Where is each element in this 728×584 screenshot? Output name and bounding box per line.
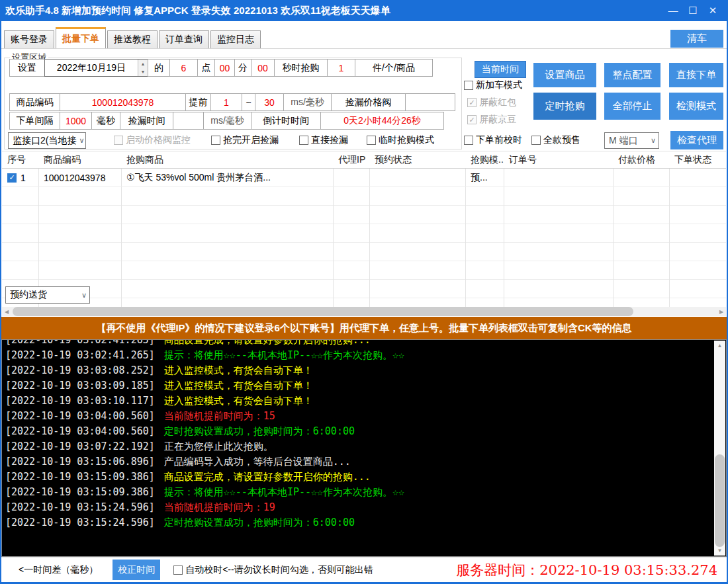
time-sync-checkbox[interactable]: 下单前校时	[464, 134, 522, 146]
block-jingdou-checkbox[interactable]: ✓屏蔽京豆	[467, 114, 516, 126]
column-separator	[333, 169, 334, 307]
direct-leak-checkbox[interactable]: 直接捡漏	[299, 134, 348, 146]
column-separator	[669, 169, 670, 307]
log-message: 正在为您停止此次抢购。	[164, 440, 273, 452]
block-jingdou-label: 屏蔽京豆	[479, 114, 516, 126]
column-separator	[465, 169, 466, 307]
block-redpacket-label: 屏蔽红包	[479, 97, 516, 108]
temp-mode-label: 临时抢购模式	[379, 134, 434, 146]
checkbox-icon	[367, 136, 376, 145]
timed-purchase-button[interactable]: 定时抢购	[533, 93, 596, 120]
listen-port-select[interactable]: 监接口2(当地接∨	[8, 132, 86, 149]
block-redpacket-checkbox[interactable]: ✓屏蔽红包	[467, 97, 516, 108]
column-header[interactable]: 订单号	[504, 154, 613, 166]
interval-input[interactable]: 1000	[60, 112, 92, 130]
row-checkbox[interactable]: ✓	[7, 173, 17, 183]
column-header[interactable]: 下单状态	[669, 154, 722, 166]
auto-calibrate-checkbox[interactable]: 自动校时<--请勿议长时间勾选，否则可能出错	[173, 564, 373, 576]
minute-input[interactable]: 00	[214, 59, 235, 77]
log-timestamp: [2022-10-19 03:15:24.596]	[5, 501, 155, 513]
log-vertical-scrollbar[interactable]: ▲ ▼	[714, 341, 725, 556]
after-leak-label: 抢完开启捡漏	[223, 134, 279, 146]
scroll-right-icon[interactable]: ▶	[717, 307, 726, 316]
column-header[interactable]: 抢购模...	[465, 154, 504, 166]
listen-port-select-value: 监接口2(当地接	[13, 135, 76, 147]
log-console[interactable]: [2022-10-19 03:02:41.265]商品设置完成，请设置好参数开启…	[1, 339, 727, 557]
column-header[interactable]: 商品编码	[38, 154, 121, 166]
log-timestamp: [2022-10-19 03:07:22.192]	[5, 440, 155, 452]
checkbox-checked-icon: ✓	[467, 115, 477, 124]
hour-unit-label: 点	[197, 59, 215, 77]
detect-mode-button[interactable]: 检测模式	[669, 93, 723, 120]
titlebar: 欢乐助手4.8 新增加预约时间 修复APPCK 登录失效 20221013 欢乐…	[0, 0, 728, 21]
log-line: [2022-10-19 03:04:00.560]定时抢购设置成功，抢购时间为：…	[5, 424, 711, 439]
spin-up-icon[interactable]: ▲	[138, 60, 148, 68]
set-product-button[interactable]: 设置商品	[533, 63, 596, 87]
temp-mode-checkbox[interactable]: 临时抢购模式	[367, 134, 434, 146]
quantity-input[interactable]: 1	[327, 59, 355, 77]
interval-unit-label: 毫秒	[91, 112, 120, 130]
column-header[interactable]: 代理IP	[333, 154, 369, 166]
close-button[interactable]: ✕	[703, 5, 723, 17]
check-proxy-button[interactable]: 检查代理	[670, 131, 723, 149]
log-line: [2022-10-19 03:03:08.252]进入监控模式，有货会自动下单！	[5, 363, 711, 378]
log-line: [2022-10-19 03:15:24.596]定时抢购设置成功，抢购时间为：…	[5, 515, 711, 530]
tab-push-tutorial[interactable]: 推送教程	[107, 30, 158, 48]
current-time-button[interactable]: 当前时间	[475, 61, 526, 78]
tab-order-query[interactable]: 订单查询	[159, 30, 209, 48]
maximize-button[interactable]: ☐	[683, 5, 703, 17]
table-body[interactable]: ✓ 1 100012043978 ①飞天 53%vol 500ml 贵州茅台酒.…	[2, 169, 726, 307]
stop-all-button[interactable]: 全部停止	[604, 93, 660, 120]
log-line: [2022-10-19 03:15:09.386]提示：将使用☆☆--本机本地I…	[5, 485, 711, 500]
column-header[interactable]: 付款价格	[613, 154, 669, 166]
row-sku: 100012043978	[38, 173, 121, 183]
vertical-scroll-thumb[interactable]	[715, 454, 725, 547]
chevron-down-icon: ∨	[648, 136, 656, 145]
column-header[interactable]: 抢购商品	[121, 154, 333, 166]
leak-ms-unit-label: ms/毫秒	[203, 112, 251, 130]
direct-order-button[interactable]: 直接下单	[669, 63, 723, 87]
hourly-config-button[interactable]: 整点配置	[604, 63, 660, 87]
log-message: 产品编码导入成功，等待后台设置商品...	[164, 456, 351, 468]
leak-time-input[interactable]	[173, 112, 204, 130]
column-header[interactable]: 序号	[2, 154, 38, 166]
column-header[interactable]: 预约状态	[369, 154, 465, 166]
date-spinner-arrows[interactable]: ▲▼	[138, 60, 148, 76]
log-timestamp: [2022-10-19 03:03:10.117]	[5, 395, 155, 407]
column-separator	[613, 169, 614, 307]
new-cart-mode-checkbox[interactable]: 新加车模式	[464, 79, 522, 91]
time-diff-label: <一时间差（毫秒）	[19, 564, 98, 576]
clear-cart-button[interactable]: 清车	[670, 30, 723, 48]
log-timestamp: [2022-10-19 03:15:09.386]	[5, 471, 155, 483]
full-presale-checkbox[interactable]: 全款预售	[531, 134, 580, 146]
scroll-left-icon[interactable]: ◀	[2, 307, 11, 316]
checkbox-icon	[211, 136, 220, 145]
hour-input[interactable]: 6	[169, 59, 198, 77]
calibrate-time-button[interactable]: 校正时间	[113, 560, 160, 580]
minimize-button[interactable]: —	[663, 5, 683, 17]
date-value[interactable]: 2022年10月19日	[45, 62, 138, 74]
tab-monitor-log[interactable]: 监控日志	[210, 30, 261, 48]
tab-account-login[interactable]: 账号登录	[4, 30, 54, 48]
sku-input[interactable]: 100012043978	[60, 93, 186, 111]
table-horizontal-scrollbar[interactable]: ◀ ▶	[2, 307, 726, 316]
checkbox-icon	[299, 136, 308, 145]
scroll-up-icon[interactable]: ▲	[714, 341, 725, 351]
advance-to-input[interactable]: 30	[255, 93, 284, 111]
date-spinner[interactable]: 2022年10月19日 ▲▼	[44, 59, 148, 77]
after-leak-checkbox[interactable]: 抢完开启捡漏	[211, 134, 279, 146]
spin-down-icon[interactable]: ▼	[138, 68, 148, 77]
notice-banner: 【再不使用《代理IP》的情况下建议登录6个以下账号】用代理下单，任意上号。批量下…	[1, 317, 727, 339]
tab-batch-order[interactable]: 批量下单	[56, 27, 106, 48]
price-monitor-checkbox[interactable]: 启动价格阀监控	[114, 134, 191, 146]
advance-from-input[interactable]: 1	[210, 93, 242, 111]
horizontal-scroll-thumb[interactable]	[13, 307, 633, 316]
second-input[interactable]: 00	[251, 59, 275, 77]
delivery-mode-select[interactable]: 预约送货∨	[5, 286, 90, 304]
price-threshold-input[interactable]	[405, 93, 455, 111]
of-label: 的	[148, 59, 170, 77]
scroll-down-icon[interactable]: ▼	[714, 546, 725, 556]
table-row[interactable]: ✓ 1 100012043978 ①飞天 53%vol 500ml 贵州茅台酒.…	[2, 169, 726, 187]
m-port-select[interactable]: M 端口∨	[604, 132, 659, 149]
settings-row-sku: 商品编码 100012043978 提前 1 ~ 30 ms/毫秒 捡漏价格阀	[10, 93, 455, 111]
